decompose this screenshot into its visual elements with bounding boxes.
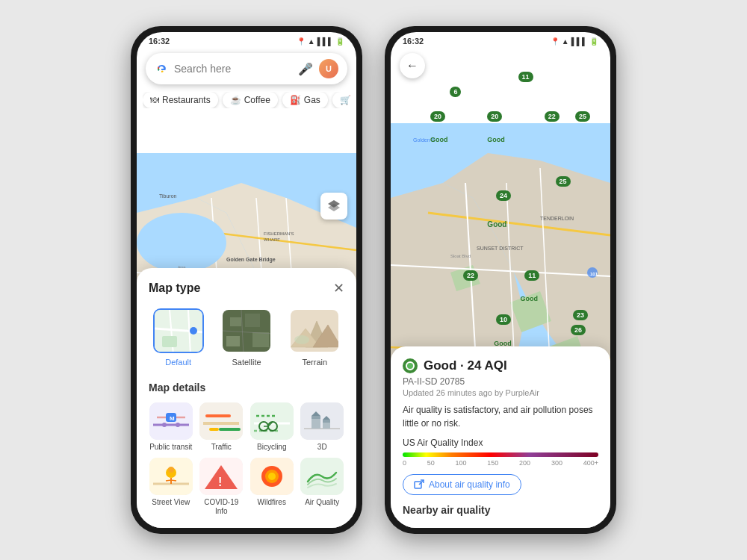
user-avatar[interactable]: U: [319, 59, 338, 78]
detail-covid[interactable]: ! COVID-19 Info: [199, 458, 244, 516]
3d-preview: [300, 402, 344, 440]
satellite-label: Satellite: [232, 358, 261, 367]
svg-rect-67: [311, 417, 320, 429]
aqi-station: PA-II-SD 20785: [403, 376, 598, 387]
right-phone: SUNSET DISTRICT TENDERLOIN STONESTOWN Th…: [385, 26, 616, 534]
bicycling-preview: [250, 402, 294, 440]
covid-label: COVID-19 Info: [199, 498, 244, 516]
wildfires-label: Wildfires: [258, 498, 286, 507]
svg-marker-26: [328, 204, 340, 211]
search-placeholder[interactable]: Search here: [174, 63, 292, 75]
map-type-terrain[interactable]: Terrain: [285, 308, 344, 367]
terrain-map-preview: [291, 310, 340, 353]
svg-line-78: [166, 480, 171, 481]
time-right: 16:32: [403, 37, 424, 46]
svg-point-44: [294, 335, 309, 344]
svg-rect-57: [250, 402, 294, 440]
back-button[interactable]: ←: [400, 53, 425, 78]
detail-wildfires[interactable]: Wildfires: [249, 458, 294, 516]
3d-thumb: [300, 402, 344, 440]
gas-icon: ⛽: [290, 95, 301, 105]
category-pills: 🍽 Restaurants ☕ Coffee ⛽ Gas 🛒 Grocer: [143, 92, 350, 108]
covid-preview: !: [199, 458, 243, 495]
mic-icon[interactable]: 🎤: [298, 62, 313, 76]
svg-rect-37: [252, 332, 269, 347]
default-label: Default: [165, 358, 191, 367]
sheet-title: Map type: [149, 281, 200, 295]
pill-label: Gas: [304, 95, 320, 105]
bicycling-thumb: [250, 402, 294, 440]
svg-rect-65: [300, 402, 344, 440]
layers-button[interactable]: [320, 193, 347, 220]
svg-text:Golden Gate Bridge: Golden Gate Bridge: [226, 257, 276, 263]
svg-text:Sloat Blvd: Sloat Blvd: [450, 254, 471, 258]
pill-gas[interactable]: ⛽ Gas: [282, 92, 328, 108]
svg-point-49: [176, 423, 180, 427]
location-icon: 📍: [297, 37, 306, 46]
detail-3d[interactable]: 3D: [300, 402, 345, 452]
signal-icon: ▌▌▌: [317, 37, 333, 46]
terrain-thumb: [289, 308, 340, 353]
external-link-icon: [414, 479, 424, 490]
svg-point-48: [162, 423, 167, 427]
pill-label: Restaurants: [162, 95, 211, 105]
svg-rect-36: [226, 336, 240, 346]
google-logo-icon: [155, 62, 168, 75]
detail-street-view[interactable]: Street View: [149, 458, 193, 516]
svg-point-76: [168, 467, 174, 473]
wifi-icon: ▲: [308, 37, 315, 46]
map-type-default[interactable]: Default: [149, 308, 208, 367]
status-icons-right: 📍 ▲ ▌▌▌ 🔋: [551, 37, 598, 46]
traffic-thumb: [199, 402, 243, 440]
search-bar[interactable]: Search here 🎤 U: [146, 53, 347, 84]
transit-thumb: M: [149, 402, 193, 440]
svg-text:FISHERMAN'S: FISHERMAN'S: [264, 231, 294, 236]
svg-text:SUNSET DISTRICT: SUNSET DISTRICT: [477, 246, 524, 251]
aqi-dot-inner: [406, 361, 415, 370]
status-bar-right: 16:32 📍 ▲ ▌▌▌ 🔋: [391, 32, 610, 49]
default-thumb: [153, 308, 204, 353]
bicycling-label: Bicycling: [257, 443, 286, 452]
street-view-label: Street View: [152, 498, 190, 507]
air-quality-label: Air Quality: [305, 498, 339, 507]
detail-traffic[interactable]: Traffic: [199, 402, 244, 452]
svg-text:101: 101: [590, 272, 598, 276]
detail-bicycling[interactable]: Bicycling: [249, 402, 294, 452]
air-quality-thumb: [300, 458, 344, 495]
map-type-satellite[interactable]: Satellite: [217, 308, 276, 367]
air-quality-preview: [300, 458, 344, 495]
restaurant-icon: 🍽: [150, 95, 159, 105]
pill-coffee[interactable]: ☕ Coffee: [223, 92, 278, 108]
time: 16:32: [149, 37, 170, 46]
aqi-map-area: SUNSET DISTRICT TENDERLOIN STONESTOWN Th…: [391, 32, 610, 528]
detail-air-quality[interactable]: Air Quality: [300, 458, 345, 516]
svg-point-32: [190, 327, 197, 335]
svg-rect-68: [311, 416, 320, 419]
aqi-info-button[interactable]: About air quality info: [403, 474, 521, 495]
svg-point-13: [137, 213, 226, 273]
street-view-preview: [149, 458, 193, 495]
svg-text:!: !: [218, 476, 222, 488]
traffic-preview: [199, 402, 243, 440]
svg-rect-31: [162, 336, 177, 347]
close-button[interactable]: ✕: [333, 280, 344, 296]
detail-public-transit[interactable]: M Public transit: [149, 402, 193, 452]
default-map-preview: [155, 310, 204, 353]
terrain-label: Terrain: [303, 358, 328, 367]
aqi-bar: [403, 452, 598, 457]
aqi-index-label: US Air Quality Index: [403, 438, 598, 448]
covid-thumb: !: [199, 458, 243, 495]
3d-label: 3D: [317, 443, 327, 452]
aqi-description: Air quality is satisfactory, and air pol…: [403, 403, 598, 430]
aqi-bar-labels: 0 50 100 150 200 300 400+: [403, 459, 598, 467]
pill-restaurants[interactable]: 🍽 Restaurants: [143, 92, 218, 108]
svg-text:WHARF: WHARF: [264, 237, 280, 242]
wifi-icon-r: ▲: [562, 37, 569, 46]
coffee-icon: ☕: [230, 95, 241, 105]
left-phone: FISHERMAN'S WHARF TENDERLOIN MISSION Gol…: [131, 26, 362, 534]
pill-grocer[interactable]: 🛒 Grocer: [332, 92, 350, 108]
svg-text:M: M: [170, 415, 175, 422]
aqi-bar-container: 0 50 100 150 200 300 400+: [403, 452, 598, 467]
sheet-header: Map type ✕: [149, 280, 344, 296]
svg-text:TENDERLOIN: TENDERLOIN: [540, 216, 574, 221]
